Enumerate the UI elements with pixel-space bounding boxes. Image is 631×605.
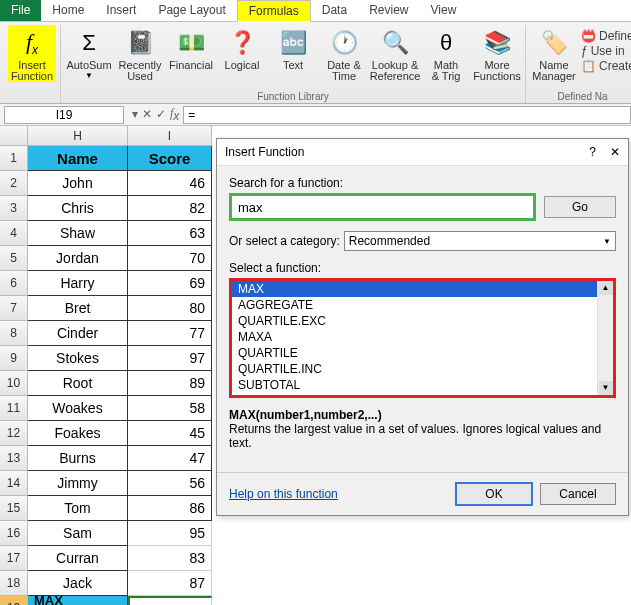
cell-name[interactable]: Stokes [28, 346, 128, 371]
name-manager-button[interactable]: 🏷️Name Manager [530, 25, 578, 82]
more-functions-button[interactable]: 📚More Functions [473, 25, 521, 82]
cell-name[interactable]: Cinder [28, 321, 128, 346]
insert-function-button[interactable]: fx Insert Function [8, 25, 56, 82]
active-cell[interactable]: = [128, 596, 212, 605]
header-name[interactable]: Name [28, 146, 128, 171]
cell-score[interactable]: 63 [128, 221, 212, 246]
cell-name[interactable]: Jimmy [28, 471, 128, 496]
cell-name[interactable]: Burns [28, 446, 128, 471]
recently-used-button[interactable]: 📓Recently Used [116, 25, 164, 82]
cell-name[interactable]: Foakes [28, 421, 128, 446]
lookup-button[interactable]: 🔍Lookup & Reference [371, 25, 419, 82]
function-item[interactable]: MAXA [232, 329, 613, 345]
select-all-corner[interactable] [0, 126, 28, 146]
scroll-down-icon[interactable]: ▼ [599, 381, 613, 395]
cancel-formula-icon[interactable]: ✕ [142, 107, 152, 121]
tab-file[interactable]: File [0, 0, 41, 21]
cell-name[interactable]: Tom [28, 496, 128, 521]
row-header[interactable]: 12 [0, 421, 28, 446]
scroll-up-icon[interactable]: ▲ [599, 281, 613, 295]
use-in-formula-button[interactable]: ƒ Use in [581, 44, 631, 58]
cell-score[interactable]: 89 [128, 371, 212, 396]
row-header[interactable]: 2 [0, 171, 28, 196]
cell-score[interactable]: 47 [128, 446, 212, 471]
ok-button[interactable]: OK [456, 483, 532, 505]
function-list-scrollbar[interactable]: ▲ ▼ [597, 281, 613, 395]
row-header[interactable]: 16 [0, 521, 28, 546]
col-header-i[interactable]: I [128, 126, 212, 146]
tab-data[interactable]: Data [311, 0, 358, 21]
cell-name[interactable]: Root [28, 371, 128, 396]
autosum-button[interactable]: ΣAutoSum▼ [65, 25, 113, 80]
define-name-button[interactable]: 📛 Define [581, 29, 631, 43]
tab-view[interactable]: View [420, 0, 468, 21]
financial-button[interactable]: 💵Financial [167, 25, 215, 71]
row-header[interactable]: 1 [0, 146, 28, 171]
row-header[interactable]: 10 [0, 371, 28, 396]
search-function-input[interactable] [229, 193, 536, 221]
datetime-button[interactable]: 🕐Date & Time [320, 25, 368, 82]
cell-score[interactable]: 70 [128, 246, 212, 271]
row-header[interactable]: 15 [0, 496, 28, 521]
cell-score[interactable]: 45 [128, 421, 212, 446]
function-item[interactable]: QUARTILE [232, 345, 613, 361]
dialog-help-icon[interactable]: ? [589, 145, 596, 159]
row-header[interactable]: 4 [0, 221, 28, 246]
formula-input[interactable]: = [183, 106, 631, 124]
row-header[interactable]: 9 [0, 346, 28, 371]
cell-score[interactable]: 80 [128, 296, 212, 321]
dialog-close-icon[interactable]: ✕ [610, 145, 620, 159]
cell-score[interactable]: 87 [128, 571, 212, 596]
col-header-h[interactable]: H [28, 126, 128, 146]
header-score[interactable]: Score [128, 146, 212, 171]
max-function-label[interactable]: MAX FUNCTION [28, 596, 128, 605]
cell-score[interactable]: 97 [128, 346, 212, 371]
row-header[interactable]: 13 [0, 446, 28, 471]
tab-home[interactable]: Home [41, 0, 95, 21]
row-header[interactable]: 17 [0, 546, 28, 571]
math-button[interactable]: θMath & Trig [422, 25, 470, 82]
cell-score[interactable]: 77 [128, 321, 212, 346]
cell-score[interactable]: 83 [128, 546, 212, 571]
cell-score[interactable]: 46 [128, 171, 212, 196]
help-on-function-link[interactable]: Help on this function [229, 487, 338, 501]
cell-name[interactable]: Chris [28, 196, 128, 221]
namebox-dropdown-icon[interactable]: ▾ [132, 107, 138, 121]
go-button[interactable]: Go [544, 196, 616, 218]
cell-score[interactable]: 58 [128, 396, 212, 421]
tab-page-layout[interactable]: Page Layout [147, 0, 236, 21]
row-header[interactable]: 5 [0, 246, 28, 271]
tab-insert[interactable]: Insert [95, 0, 147, 21]
confirm-formula-icon[interactable]: ✓ [156, 107, 166, 121]
cell-score[interactable]: 69 [128, 271, 212, 296]
fx-bar-icon[interactable]: fx [170, 106, 179, 123]
cell-name[interactable]: Sam [28, 521, 128, 546]
tab-formulas[interactable]: Formulas [237, 0, 311, 22]
function-item[interactable]: MAX [232, 281, 613, 297]
row-header[interactable]: 19 [0, 596, 28, 605]
row-header[interactable]: 11 [0, 396, 28, 421]
create-from-selection-button[interactable]: 📋 Create [581, 59, 631, 73]
function-list[interactable]: MAXAGGREGATEQUARTILE.EXCMAXAQUARTILEQUAR… [229, 278, 616, 398]
cell-name[interactable]: Harry [28, 271, 128, 296]
cell-name[interactable]: Curran [28, 546, 128, 571]
logical-button[interactable]: ❓Logical [218, 25, 266, 71]
name-box[interactable]: I19 [4, 106, 124, 124]
cell-name[interactable]: Woakes [28, 396, 128, 421]
row-header[interactable]: 8 [0, 321, 28, 346]
cell-score[interactable]: 82 [128, 196, 212, 221]
row-header[interactable]: 14 [0, 471, 28, 496]
cell-score[interactable]: 95 [128, 521, 212, 546]
row-header[interactable]: 3 [0, 196, 28, 221]
cell-name[interactable]: Shaw [28, 221, 128, 246]
text-button[interactable]: 🔤Text [269, 25, 317, 71]
cell-score[interactable]: 56 [128, 471, 212, 496]
cancel-button[interactable]: Cancel [540, 483, 616, 505]
cell-name[interactable]: Jordan [28, 246, 128, 271]
function-item[interactable]: SUBTOTAL [232, 377, 613, 393]
function-item[interactable]: QUARTILE.INC [232, 361, 613, 377]
category-select[interactable]: Recommended▼ [344, 231, 616, 251]
row-header[interactable]: 6 [0, 271, 28, 296]
cell-score[interactable]: 86 [128, 496, 212, 521]
cell-name[interactable]: John [28, 171, 128, 196]
